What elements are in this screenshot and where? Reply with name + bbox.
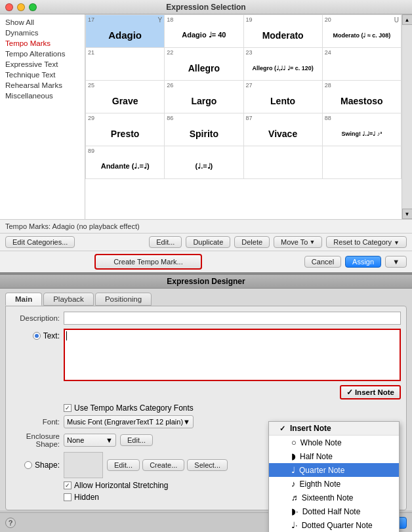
insert-note-button[interactable]: ✓ Insert Note [340,385,401,399]
grid-cell-moderato[interactable]: 19 Moderato [244,15,323,48]
enclosure-label: Enclosure Shape: [11,432,64,448]
edit-categories-button[interactable]: Edit Categories... [5,236,75,248]
maximize-button[interactable] [29,3,37,11]
sidebar-item-expressive-text[interactable]: Expressive Text [0,59,85,70]
top-content: Show All Dynamics Tempo Marks Tempo Alte… [0,14,412,219]
dropdown-item-half-note[interactable]: ◗ Half Note [269,449,399,463]
dropdown-item-dotted-quarter[interactable]: ♩· Dotted Quarter Note [269,518,399,532]
text-radio-label: Text: [11,329,64,340]
grid-cell-adagio[interactable]: 17 Y Adagio [86,15,165,48]
grid-cell-24[interactable]: 24 [323,48,402,81]
create-tempo-button[interactable]: Create Tempo Mark... [94,254,202,270]
sidebar-item-dynamics[interactable]: Dynamics [0,28,85,38]
checkbox-row: Use Tempo Marks Category Fonts [11,403,401,413]
dropdown-header: ✓ Insert Note [269,422,399,436]
grid-cell-lento[interactable]: 27 Lento [244,81,323,113]
allow-stretch-checkbox[interactable] [64,481,72,489]
hidden-label: Hidden [74,493,99,502]
sidebar-item-tempo-marks[interactable]: Tempo Marks [0,38,85,49]
dropdown-item-quarter-note[interactable]: ♩ Quarter Note [269,463,399,477]
tab-positioning[interactable]: Positioning [95,293,152,306]
sidebar-item-tempo-alterations[interactable]: Tempo Alterations [0,49,85,59]
grid-cell-empty-1[interactable] [244,146,323,179]
font-label: Font: [11,418,64,426]
scrollbar[interactable]: ▲ ▼ [402,14,412,219]
shape-edit-button[interactable]: Edit... [107,459,140,471]
text-input-area[interactable] [64,329,401,381]
grid-cell-dotted-eq[interactable]: (♩.=♩) [165,146,243,179]
sidebar-item-show-all[interactable]: Show All [0,17,85,28]
grid-area: 17 Y Adagio 18 Adagio ♩= 40 19 Moderato … [85,14,402,219]
grid-cell-moderato-tempo[interactable]: 20 U Moderato (♩ ≈ c. J08) [323,15,402,48]
designer-content: Description: Text: ✓ Insert Note Use Tem… [5,306,407,510]
description-input[interactable] [64,312,401,325]
minimize-button[interactable] [17,3,25,11]
top-section: Show All Dynamics Tempo Marks Tempo Alte… [0,14,412,274]
dropdown-item-dotted-half[interactable]: ◗· Dotted Half Note [269,504,399,518]
enclosure-arrow-icon: ▼ [106,436,113,444]
enclosure-select[interactable]: None ▼ [64,434,116,447]
shape-radio[interactable] [24,461,32,469]
move-to-arrow-icon: ▼ [309,239,315,245]
assign-button[interactable]: Assign [345,256,381,268]
grid-cell-andante[interactable]: 89 Andante (♩.=♩) [86,146,165,179]
description-row: Description: [11,312,401,325]
window-title: Expression Selection [166,3,245,12]
create-btn-row: Create Tempo Mark... Cancel Assign ▼ [0,251,412,272]
reset-arrow-icon: ▼ [394,239,400,246]
grid-cell-spirito[interactable]: 86 Spirito [165,113,243,146]
designer-title: Expression Designer [0,275,412,289]
help-button[interactable]: ? [5,518,16,528]
titlebar: Expression Selection [0,0,412,14]
hidden-checkbox[interactable] [64,493,72,501]
grid-cell-21[interactable]: 21 [86,48,165,81]
sidebar-item-rehearsal-marks[interactable]: Rehearsal Marks [0,80,85,91]
scroll-down-arrow[interactable]: ▼ [402,209,413,219]
shape-select-button[interactable]: Select... [187,459,228,471]
enclosure-edit-button[interactable]: Edit... [120,434,153,446]
font-select-arrow-icon: ▼ [183,418,190,426]
window-controls[interactable] [5,3,37,11]
expression-grid: 17 Y Adagio 18 Adagio ♩= 40 19 Moderato … [85,14,402,179]
close-button[interactable] [5,3,13,11]
grid-cell-largo[interactable]: 26 Largo [165,81,243,113]
move-to-button[interactable]: Move To ▼ [274,236,322,248]
reset-category-button[interactable]: Reset to Category ▼ [326,236,407,248]
edit-button[interactable]: Edit... [149,236,182,248]
grid-cell-allegro-tempo[interactable]: 23 Allegro (♩,♩♩ ♩= c. 120) [244,48,323,81]
tab-main[interactable]: Main [5,293,42,306]
scroll-up-arrow[interactable]: ▲ [402,14,413,25]
cancel-button[interactable]: Cancel [304,256,341,268]
grid-cell-adagio-tempo[interactable]: 18 Adagio ♩= 40 [165,15,243,48]
text-label-text: Text: [43,331,60,340]
sidebar-item-miscellaneous[interactable]: Miscellaneous [0,91,85,101]
sidebar: Show All Dynamics Tempo Marks Tempo Alte… [0,14,85,219]
use-tempo-fonts-checkbox[interactable] [64,404,72,412]
sidebar-item-technique-text[interactable]: Technique Text [0,70,85,80]
dropdown-item-sixteenth-note[interactable]: ♬ Sixteenth Note [269,491,399,504]
tab-playback[interactable]: Playback [43,293,94,306]
dropdown-item-whole-note[interactable]: ○ Whole Note [269,436,399,449]
shape-label: Shape: [35,460,60,470]
text-radio[interactable] [33,332,41,340]
text-row: Text: [11,329,401,381]
shape-create-button[interactable]: Create... [142,459,184,471]
grid-cell-maestoso[interactable]: 28 Maestoso [323,81,402,113]
grid-cell-presto[interactable]: 29 Presto [86,113,165,146]
dropdown-item-eighth-note[interactable]: ♪ Eighth Note [269,477,399,491]
font-select[interactable]: Music Font (EngraverTextT 12 plain) ▼ [64,415,194,428]
grid-cell-empty-2[interactable] [323,146,402,179]
description-label: Description: [11,314,64,322]
grid-cell-allegro-1[interactable]: 22 Allegro [165,48,243,81]
designer-tabs: Main Playback Positioning [0,289,412,306]
duplicate-button[interactable]: Duplicate [186,236,230,248]
expand-button[interactable]: ▼ [385,256,407,268]
check-icon: ✓ [279,424,287,433]
text-cursor [66,331,67,340]
grid-cell-vivace[interactable]: 87 Vivace [244,113,323,146]
grid-cell-swing[interactable]: 88 Swing! ♩.♩=♩ ♪³ [323,113,402,146]
status-text: Tempo Marks: Adagio (no playback effect) [5,222,140,230]
insert-note-dropdown: ✓ Insert Note ○ Whole Note ◗ Half Note ♩… [268,421,400,532]
delete-button[interactable]: Delete [234,236,270,248]
grid-cell-grave[interactable]: 25 Grave [86,81,165,113]
